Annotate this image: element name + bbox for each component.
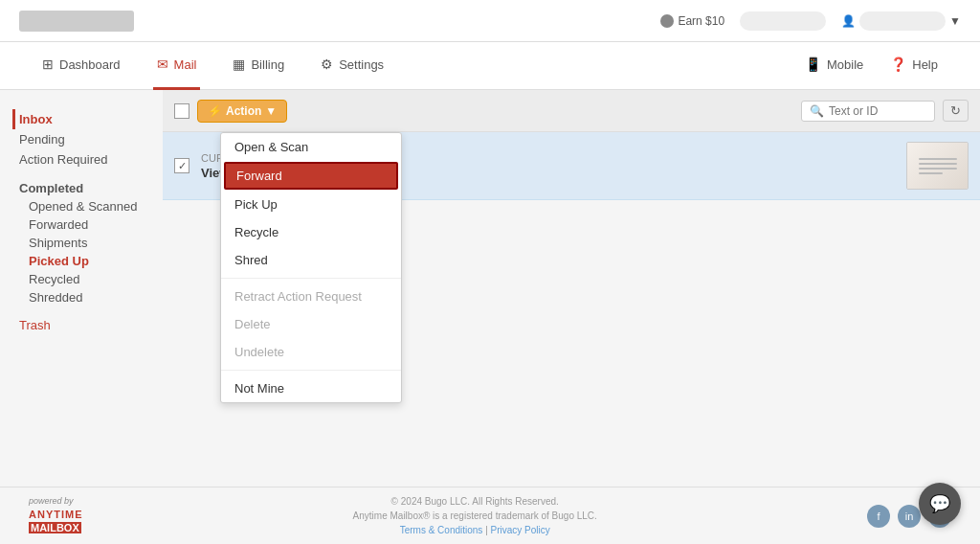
- nav-mail-label: Mail: [174, 57, 197, 72]
- user-name[interactable]: [859, 11, 946, 31]
- dropdown-delete: Delete: [221, 310, 401, 338]
- mail-icon: ✉: [157, 57, 168, 72]
- nav-help[interactable]: ❓ Help: [886, 42, 942, 90]
- account-selector[interactable]: [740, 11, 826, 31]
- sidebar-action-required-label: Action Required: [19, 152, 108, 167]
- footer-privacy-link[interactable]: Privacy Policy: [491, 525, 550, 535]
- nav-mobile-label: Mobile: [827, 57, 863, 72]
- sidebar-pending[interactable]: Pending: [19, 129, 163, 149]
- nav-right: 📱 Mobile ❓ Help: [801, 42, 942, 90]
- footer-copyright: © 2024 Bugo LLC. All Rights Reserved.: [353, 494, 597, 509]
- dropdown-undelete: Undelete: [221, 338, 401, 366]
- nav-settings-label: Settings: [339, 57, 384, 72]
- mail-item-checkbox[interactable]: ✓: [174, 158, 189, 173]
- sidebar-shipments[interactable]: Shipments: [19, 234, 163, 252]
- instagram-icon[interactable]: in: [898, 505, 921, 528]
- sidebar-inbox[interactable]: Inbox: [12, 109, 163, 129]
- mail-thumb-lines: [919, 155, 957, 177]
- footer: powered by ANYTIME MAILBOX © 2024 Bugo L…: [0, 487, 980, 544]
- refresh-icon: ↻: [950, 103, 961, 118]
- mail-thumbnail: [906, 142, 969, 190]
- sidebar-recycled[interactable]: Recycled: [19, 270, 163, 288]
- action-dropdown-menu: Open & Scan Forward Pick Up Recycle Shre…: [220, 132, 402, 403]
- footer-separator: |: [485, 525, 488, 535]
- sidebar-opened-scanned[interactable]: Opened & Scanned: [19, 197, 163, 215]
- sidebar-picked-up[interactable]: Picked Up: [19, 252, 163, 270]
- search-icon: 🔍: [810, 104, 824, 118]
- top-bar: Earn $10 👤 ▼: [0, 0, 980, 42]
- dropdown-shred[interactable]: Shred: [221, 246, 401, 274]
- user-menu[interactable]: 👤 ▼: [841, 11, 961, 31]
- dropdown-divider-2: [221, 370, 401, 371]
- footer-logo: powered by ANYTIME MAILBOX: [29, 496, 83, 534]
- user-icon: 👤: [841, 14, 856, 28]
- dropdown-recycle[interactable]: Recycle: [221, 218, 401, 246]
- sidebar: Inbox Pending Action Required Completed …: [0, 90, 163, 487]
- nav-billing[interactable]: ▦ Billing: [229, 42, 288, 90]
- settings-icon: ⚙: [321, 57, 333, 72]
- dropdown-open-scan[interactable]: Open & Scan: [221, 133, 401, 161]
- footer-brand: ANYTIME MAILBOX: [29, 508, 83, 535]
- sidebar-trash[interactable]: Trash: [19, 318, 163, 332]
- mail-thumb-inner: [907, 143, 968, 189]
- search-input[interactable]: [829, 104, 924, 118]
- chat-icon: 💬: [929, 493, 950, 514]
- sidebar-inbox-label: Inbox: [19, 112, 53, 126]
- dropdown-not-mine[interactable]: Not Mine: [221, 374, 401, 402]
- action-button[interactable]: ⚡ Action ▼: [197, 100, 287, 123]
- action-button-label: Action: [226, 104, 261, 118]
- select-all-checkbox[interactable]: [174, 103, 189, 119]
- logo-area: [19, 11, 134, 32]
- dropdown-divider-1: [221, 278, 401, 279]
- main-layout: Inbox Pending Action Required Completed …: [0, 90, 980, 487]
- nav-billing-label: Billing: [251, 57, 284, 72]
- nav-settings[interactable]: ⚙ Settings: [317, 42, 388, 90]
- content-area: ⚡ Action ▼ 🔍 ↻ Open & Scan Forward Pick …: [163, 90, 980, 487]
- sidebar-forwarded[interactable]: Forwarded: [19, 215, 163, 234]
- action-lightning-icon: ⚡: [208, 104, 222, 118]
- footer-powered-by: powered by: [29, 496, 83, 508]
- nav-help-label: Help: [912, 57, 938, 72]
- action-dropdown-arrow: ▼: [265, 104, 277, 118]
- sidebar-shredded[interactable]: Shredded: [19, 288, 163, 306]
- logo: [19, 11, 134, 32]
- sidebar-completed-group: Completed: [19, 181, 163, 195]
- footer-mailbox: MAILBOX: [29, 522, 81, 533]
- mobile-icon: 📱: [805, 57, 821, 72]
- sidebar-pending-label: Pending: [19, 132, 65, 147]
- top-bar-right: Earn $10 👤 ▼: [660, 11, 961, 31]
- chat-button[interactable]: 💬: [919, 483, 961, 525]
- footer-links: Terms & Conditions | Privacy Policy: [353, 523, 597, 537]
- dropdown-pick-up[interactable]: Pick Up: [221, 191, 401, 218]
- dropdown-forward[interactable]: Forward: [224, 162, 398, 190]
- nav-mobile[interactable]: 📱 Mobile: [801, 42, 867, 90]
- user-arrow: ▼: [949, 14, 961, 28]
- footer-terms-link[interactable]: Terms & Conditions: [400, 525, 483, 535]
- dashboard-icon: ⊞: [42, 57, 54, 72]
- sidebar-action-required[interactable]: Action Required: [19, 149, 163, 170]
- nav-mail[interactable]: ✉ Mail: [153, 42, 201, 90]
- nav-dashboard[interactable]: ⊞ Dashboard: [38, 42, 124, 90]
- dropdown-retract: Retract Action Request: [221, 283, 401, 310]
- footer-center: © 2024 Bugo LLC. All Rights Reserved. An…: [353, 494, 597, 537]
- refresh-button[interactable]: ↻: [943, 100, 969, 122]
- search-container: 🔍: [801, 101, 935, 122]
- toolbar: ⚡ Action ▼ 🔍 ↻: [163, 90, 980, 132]
- footer-trademark: Anytime Mailbox® is a registered tradema…: [353, 509, 597, 523]
- billing-icon: ▦: [233, 57, 245, 72]
- help-icon: ❓: [890, 57, 906, 72]
- facebook-icon[interactable]: f: [867, 505, 890, 528]
- nav-bar: ⊞ Dashboard ✉ Mail ▦ Billing ⚙ Settings …: [0, 42, 980, 90]
- earn-link[interactable]: Earn $10: [660, 14, 724, 28]
- footer-anytime: ANYTIME: [29, 509, 83, 520]
- earn-icon: [660, 14, 674, 28]
- nav-dashboard-label: Dashboard: [59, 57, 121, 72]
